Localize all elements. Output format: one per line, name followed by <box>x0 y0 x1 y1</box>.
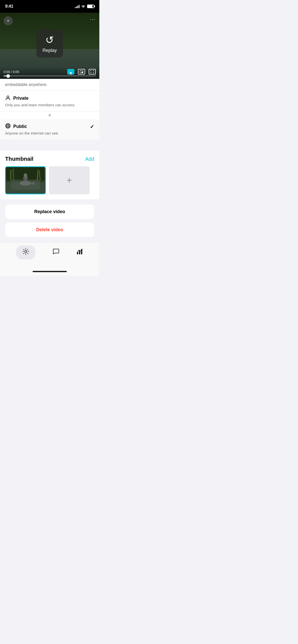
replace-video-button[interactable]: Replace video <box>5 204 94 219</box>
description-snippet: embeddable anywhere. <box>0 79 99 91</box>
airplay-button[interactable] <box>67 69 74 75</box>
bottom-nav <box>0 242 99 267</box>
delete-video-button[interactable]: Delete video <box>5 223 94 237</box>
video-time-display: 0:00 / 0:05 <box>4 70 19 74</box>
private-label: Private <box>13 96 29 101</box>
svg-rect-20 <box>79 251 80 254</box>
nav-settings[interactable] <box>16 245 35 259</box>
video-controls: 0:00 / 0:05 <box>0 67 99 79</box>
thumbnail-section: Thumbnail Add <box>0 151 99 199</box>
replay-background: ↺ Replay <box>36 30 63 58</box>
video-more-button[interactable]: ··· <box>90 16 96 22</box>
replay-label: Replay <box>43 48 57 53</box>
video-close-button[interactable]: × <box>4 16 13 25</box>
video-control-icons <box>67 69 96 75</box>
status-time: 9:41 <box>5 4 13 9</box>
public-label-row: Public <box>5 123 27 130</box>
thumbnail-header: Thumbnail Add <box>5 156 94 162</box>
thumbnail-add-new[interactable]: + <box>49 166 90 194</box>
description-text: embeddable anywhere. <box>5 82 47 87</box>
public-globe-icon <box>5 123 11 130</box>
public-label: Public <box>13 124 27 129</box>
section-separator <box>0 111 99 119</box>
thumbnail-grid: + <box>5 166 94 194</box>
fullscreen-button[interactable] <box>89 69 96 75</box>
video-player[interactable]: × ··· ↺ Replay 0:00 / 0:05 <box>0 13 99 79</box>
plus-icon: + <box>66 175 72 186</box>
svg-rect-19 <box>77 252 78 254</box>
svg-rect-9 <box>6 182 45 194</box>
private-label-row: Private <box>5 95 94 102</box>
video-time-row: 0:00 / 0:05 <box>4 69 96 75</box>
replay-icon: ↺ <box>45 34 54 46</box>
home-indicator <box>0 267 99 276</box>
public-option-row: Public ✓ <box>5 123 94 130</box>
nav-analytics[interactable] <box>76 248 83 257</box>
replay-overlay[interactable]: ↺ Replay <box>36 30 63 58</box>
close-icon: × <box>7 19 9 23</box>
svg-point-2 <box>7 96 9 98</box>
thumbnail-selected[interactable] <box>5 166 46 194</box>
svg-rect-1 <box>82 72 83 73</box>
video-progress-bar[interactable] <box>4 76 96 76</box>
separator-dot <box>48 114 51 116</box>
wifi-icon <box>81 4 86 9</box>
analytics-icon <box>76 248 83 257</box>
public-description: Anyone on the internet can see. <box>5 131 94 135</box>
battery-icon <box>87 5 94 8</box>
home-bar <box>33 271 67 272</box>
status-bar: 9:41 <box>0 0 99 13</box>
main-content: embeddable anywhere. Private Only you an… <box>0 79 99 276</box>
comments-icon <box>52 248 59 257</box>
more-icon: ··· <box>90 16 96 22</box>
privacy-option-private[interactable]: Private Only you and team members can ac… <box>0 91 99 111</box>
private-description: Only you and team members can access. <box>5 103 94 107</box>
nav-comments[interactable] <box>52 248 59 257</box>
private-person-icon <box>5 95 11 102</box>
svg-point-18 <box>25 251 27 253</box>
thumbnail-title: Thumbnail <box>5 156 33 162</box>
pip-button[interactable] <box>78 69 85 75</box>
signal-icon <box>75 5 79 8</box>
thumbnail-add-button[interactable]: Add <box>85 156 94 162</box>
video-progress-thumb <box>6 74 10 78</box>
svg-point-16 <box>24 173 27 177</box>
settings-icon <box>22 248 29 257</box>
public-check-icon: ✓ <box>90 124 94 130</box>
section-gap-1 <box>0 141 99 151</box>
action-buttons: Replace video Delete video <box>0 199 99 242</box>
privacy-section: Private Only you and team members can ac… <box>0 91 99 139</box>
thumbnail-image <box>6 167 45 194</box>
status-icons <box>75 4 94 9</box>
privacy-option-public[interactable]: Public ✓ Anyone on the internet can see. <box>0 119 99 139</box>
svg-line-12 <box>13 169 13 180</box>
svg-point-17 <box>20 181 31 185</box>
